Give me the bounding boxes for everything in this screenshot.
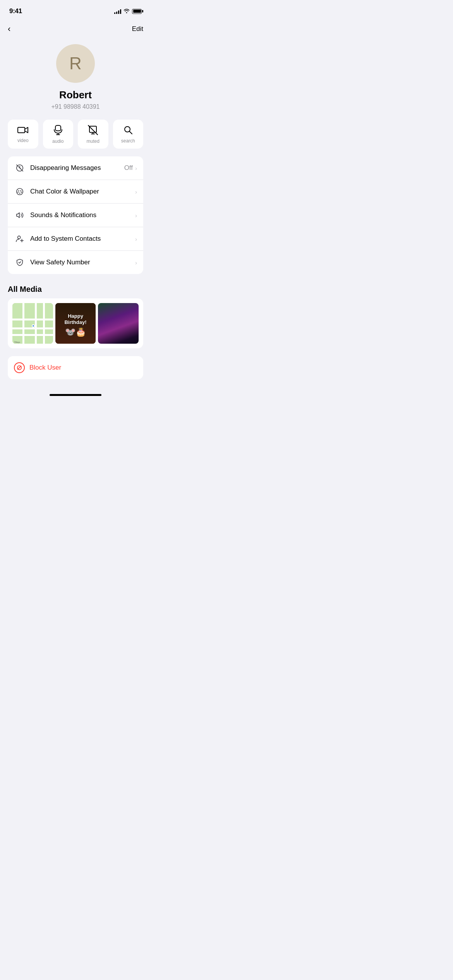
audio-icon (53, 125, 63, 137)
wifi-icon (124, 8, 130, 14)
contact-name: Robert (59, 89, 92, 101)
svg-point-14 (21, 192, 22, 193)
muted-button[interactable]: muted (78, 120, 108, 149)
disappearing-icon (14, 162, 26, 174)
nav-bar: ‹ Edit (0, 19, 151, 40)
video-label: video (17, 138, 29, 143)
action-buttons: video audio muted (0, 120, 151, 156)
all-media-header: All Media (0, 282, 151, 298)
shield-icon (14, 257, 26, 268)
svg-point-11 (18, 190, 19, 192)
status-bar: 9:41 (0, 0, 151, 19)
media-thumb-map[interactable]: ©Maps (12, 303, 53, 344)
chevron-icon: › (135, 236, 137, 242)
block-user-label: Block User (29, 364, 61, 372)
disappearing-messages-item[interactable]: Disappearing Messages Off › (8, 156, 143, 180)
media-thumb-birthday[interactable]: HappyBirthday! 🐭🎂 (55, 303, 96, 344)
add-contact-icon (14, 233, 26, 245)
block-user-item[interactable]: Block User (8, 356, 143, 379)
home-indicator-bar (50, 394, 101, 396)
safety-number-item[interactable]: View Safety Number › (8, 251, 143, 274)
media-thumb-purple[interactable] (98, 303, 139, 344)
edit-button[interactable]: Edit (132, 25, 143, 33)
battery-icon (132, 9, 142, 14)
add-contact-item[interactable]: Add to System Contacts › (8, 227, 143, 251)
svg-line-20 (18, 366, 21, 369)
search-label: search (121, 138, 135, 144)
search-icon (124, 125, 133, 136)
wallpaper-label: Chat Color & Wallpaper (30, 188, 135, 195)
sound-icon (14, 209, 26, 221)
chevron-icon: › (135, 165, 137, 171)
media-grid: ©Maps HappyBirthday! 🐭🎂 (12, 303, 139, 344)
profile-section: R Robert +91 98988 40391 (0, 40, 151, 120)
disappearing-messages-value: Off (124, 164, 133, 172)
contact-phone: +91 98988 40391 (51, 103, 100, 110)
svg-point-15 (19, 193, 21, 194)
menu-section: Disappearing Messages Off › Chat Color &… (8, 156, 143, 274)
search-button[interactable]: search (113, 120, 144, 149)
home-indicator (0, 391, 151, 400)
video-icon (17, 126, 28, 136)
chevron-icon: › (135, 212, 137, 219)
media-section: ©Maps HappyBirthday! 🐭🎂 (8, 298, 143, 348)
avatar-initial: R (69, 54, 82, 73)
palette-icon (14, 186, 26, 197)
block-icon (14, 362, 25, 373)
avatar: R (56, 44, 95, 83)
sounds-item[interactable]: Sounds & Notifications › (8, 204, 143, 227)
video-button[interactable]: video (8, 120, 38, 149)
status-time: 9:41 (9, 7, 22, 15)
svg-rect-0 (18, 127, 25, 133)
audio-button[interactable]: audio (43, 120, 74, 149)
chevron-icon: › (135, 259, 137, 266)
svg-point-12 (20, 190, 21, 192)
chevron-icon: › (135, 188, 137, 195)
back-button[interactable]: ‹ (8, 22, 14, 36)
muted-icon (88, 125, 98, 137)
svg-line-5 (129, 132, 132, 134)
svg-point-16 (18, 236, 21, 239)
muted-label: muted (87, 139, 100, 144)
status-icons (114, 8, 142, 14)
sounds-label: Sounds & Notifications (30, 211, 135, 219)
audio-label: audio (52, 139, 63, 144)
wallpaper-item[interactable]: Chat Color & Wallpaper › (8, 180, 143, 204)
signal-bars-icon (114, 9, 121, 14)
safety-number-label: View Safety Number (30, 259, 135, 266)
disappearing-messages-label: Disappearing Messages (30, 164, 124, 172)
add-contact-label: Add to System Contacts (30, 235, 135, 243)
svg-point-10 (17, 188, 23, 195)
svg-point-13 (17, 192, 19, 193)
